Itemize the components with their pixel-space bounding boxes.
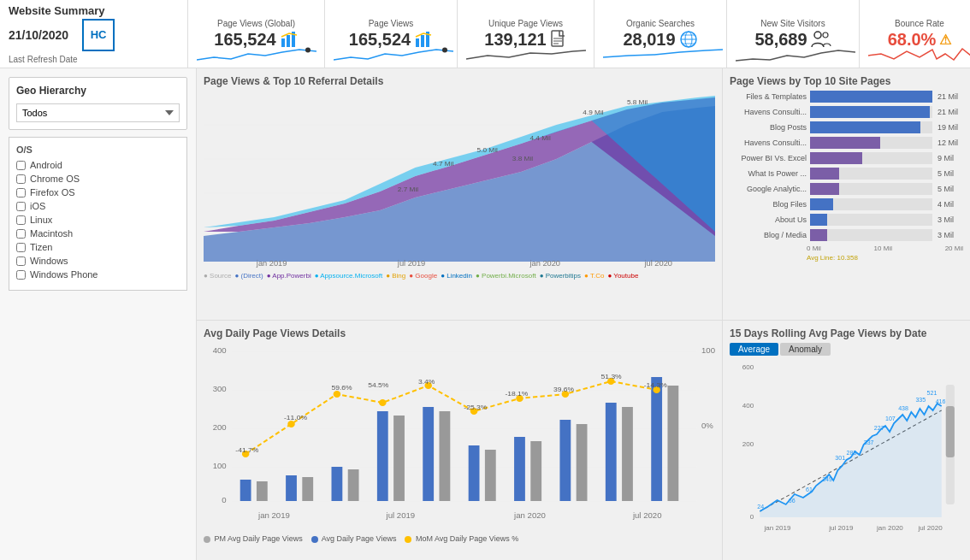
svg-text:400: 400 [213, 346, 227, 355]
people-icon [811, 30, 831, 49]
svg-point-68 [334, 391, 341, 398]
svg-text:301: 301 [835, 455, 845, 461]
svg-rect-56 [469, 445, 480, 501]
svg-text:600: 600 [742, 363, 754, 371]
avg-daily-chart: Avg Daily Page Views Details 400 300 200… [197, 321, 722, 560]
svg-text:337: 337 [864, 439, 874, 445]
os-item-ios: iOS [16, 201, 180, 211]
top-pages-title: Page Views by Top 10 Site Pages [730, 75, 963, 87]
os-checkbox-linux[interactable] [16, 215, 26, 225]
svg-text:jul 2020: jul 2020 [917, 524, 943, 532]
sparkline-3 [603, 47, 723, 64]
metric-page-views-global: Page Views (Global) 165,524 [188, 0, 325, 68]
avg-daily-title: Avg Daily Page Views Details [204, 327, 715, 339]
metric-page-views: Page Views 165,524 [325, 0, 458, 68]
svg-text:0%: 0% [701, 421, 713, 430]
svg-text:-14.3%: -14.3% [644, 381, 668, 389]
os-item-android: Android [16, 160, 180, 170]
svg-text:200: 200 [213, 423, 227, 432]
svg-text:249: 249 [822, 476, 832, 482]
os-checkbox-tizen[interactable] [16, 243, 26, 252]
os-item-linux: Linux [16, 215, 180, 225]
svg-rect-52 [377, 411, 388, 501]
os-checkbox-windows[interactable] [16, 256, 26, 266]
metric-label-1: Page Views [369, 19, 414, 28]
os-checkbox-firefoxos[interactable] [16, 188, 26, 197]
geo-filter-box: Geo Hierarchy Todos [9, 77, 187, 130]
svg-rect-49 [302, 477, 313, 501]
metric-new-visitors: New Site Visitors 58,689 [727, 0, 860, 68]
svg-text:jul 2019: jul 2019 [386, 511, 416, 520]
svg-rect-58 [514, 437, 525, 501]
svg-rect-57 [485, 450, 496, 501]
svg-text:51.3%: 51.3% [601, 373, 623, 380]
os-item-firefoxos: Firefox OS [16, 187, 180, 197]
last-refresh-date: 21/10/2020 [9, 28, 68, 42]
metric-label-4: New Site Visitors [760, 19, 825, 28]
x-label-0mil: 0 Mil [807, 245, 821, 252]
x-label-20mil: 20 Mil [945, 245, 963, 252]
svg-point-17 [814, 32, 821, 38]
svg-text:jul 2019: jul 2019 [397, 259, 425, 268]
x-label-10mil: 10 Mil [874, 245, 892, 252]
svg-text:107: 107 [885, 416, 896, 421]
os-checkbox-windowsphone[interactable] [16, 270, 26, 280]
svg-rect-65 [667, 386, 678, 501]
svg-text:66: 66 [789, 498, 796, 504]
geo-dropdown[interactable]: Todos [16, 103, 180, 122]
os-checkbox-android[interactable] [16, 161, 26, 170]
bar-blog-media: Blog / Media 3 Mil [730, 229, 963, 241]
svg-rect-61 [577, 424, 588, 501]
metric-bounce-rate: Bounce Rate 68.0% ⚠ [860, 0, 970, 68]
os-checkbox-macintosh[interactable] [16, 229, 26, 239]
avg-line-label: Avg Line: 10.358 [807, 254, 963, 262]
bar-about-us: About Us 3 Mil [730, 214, 963, 226]
os-filter-title: O/S [16, 144, 180, 155]
sparkline-4 [736, 47, 855, 64]
metric-label-2: Unique Page Views [488, 19, 563, 28]
svg-rect-59 [530, 441, 541, 501]
bar-what-is-power: What Is Power ... 5 Mil [730, 168, 963, 180]
svg-text:200: 200 [742, 440, 754, 448]
top-bar: Website Summary 21/10/2020 HC Last Refre… [0, 0, 970, 68]
svg-text:4.4 Mil: 4.4 Mil [529, 134, 550, 142]
svg-rect-55 [440, 411, 451, 501]
svg-text:3.8 Mil: 3.8 Mil [512, 155, 533, 162]
svg-text:-18.1%: -18.1% [505, 390, 529, 398]
os-item-windows: Windows [16, 256, 180, 266]
bar-blog-posts: Blog Posts 19 Mil [730, 121, 963, 133]
svg-rect-4 [416, 38, 419, 47]
svg-text:jan 2019: jan 2019 [257, 511, 290, 520]
svg-text:jul 2020: jul 2020 [644, 259, 672, 268]
svg-rect-54 [423, 407, 434, 501]
os-checkbox-ios[interactable] [16, 202, 26, 211]
svg-text:-25.3%: -25.3% [464, 404, 488, 411]
os-item-windowsphone: Windows Phone [16, 269, 180, 280]
svg-text:4.9 Mil: 4.9 Mil [583, 109, 603, 116]
svg-text:jan 2020: jan 2020 [529, 259, 560, 268]
avg-daily-legend: PM Avg Daily Page Views Avg Daily Page V… [204, 534, 715, 543]
svg-rect-51 [348, 469, 359, 501]
page-views-svg: 5.8 Mil 4.9 Mil 4.4 Mil 5.0 Mil 3.8 Mil … [204, 91, 715, 270]
rolling-tabs: Average Anomaly [730, 343, 963, 356]
website-summary-card: Website Summary 21/10/2020 HC Last Refre… [0, 0, 188, 68]
svg-text:24: 24 [757, 504, 764, 510]
top-pages-chart: Page Views by Top 10 Site Pages Files & … [722, 68, 970, 320]
rolling-chart-title: 15 Days Rolling Avg Page Views by Date [730, 327, 963, 339]
svg-text:300: 300 [213, 385, 227, 393]
svg-text:416: 416 [936, 398, 946, 404]
tab-anomaly[interactable]: Anomaly [780, 343, 831, 356]
svg-rect-64 [651, 377, 662, 501]
svg-text:jan 2019: jan 2019 [256, 259, 287, 268]
sparkline-0 [197, 47, 316, 64]
svg-text:5.8 Mil: 5.8 Mil [627, 98, 648, 106]
website-summary-title: Website Summary [9, 4, 104, 17]
tab-average[interactable]: Average [730, 343, 778, 356]
svg-point-69 [379, 399, 387, 406]
svg-rect-60 [559, 420, 571, 501]
svg-text:5.0 Mil: 5.0 Mil [477, 146, 498, 154]
svg-rect-47 [257, 481, 268, 501]
bar-havens-1: Havens Consulti... 21 Mil [730, 106, 963, 118]
os-checkbox-chromeos[interactable] [16, 174, 26, 184]
svg-text:39.6%: 39.6% [553, 386, 575, 393]
